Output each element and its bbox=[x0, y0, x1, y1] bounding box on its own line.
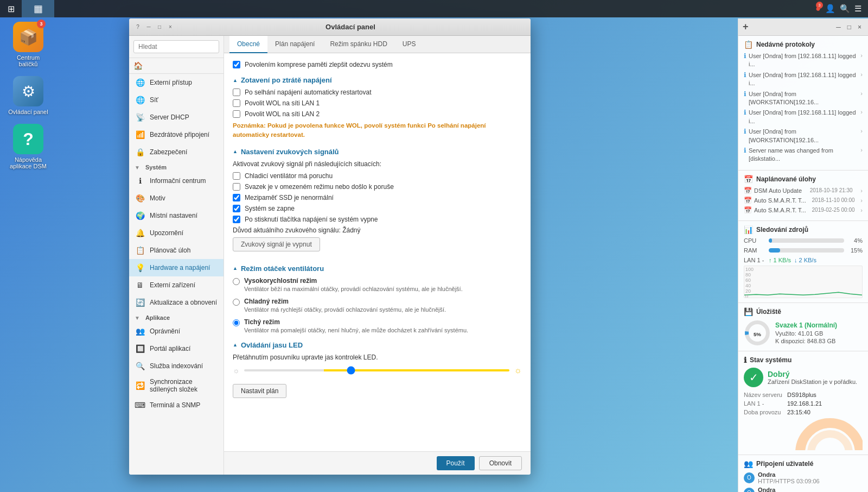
sidebar-item-synchronizace[interactable]: 🔁 Synchronizace sdílených složek bbox=[129, 375, 224, 396]
tlacitko-item: Po stisknutí tlačítka napájení se systém… bbox=[233, 216, 522, 223]
opravneni-icon: 👥 bbox=[135, 326, 145, 337]
taskbar-logo[interactable]: ⊞ bbox=[0, 0, 22, 17]
svazek-item: Svazek je v omezeném režimu nebo došlo k… bbox=[233, 183, 522, 191]
cp-scrollable[interactable]: Povolením komprese paměti zlepšit odezvu… bbox=[224, 53, 531, 451]
fan-radio-tichy[interactable] bbox=[233, 319, 240, 326]
log-entry-2: ℹ User [Ondra] from [WORKSTATION[192.16.… bbox=[744, 90, 863, 107]
sidebar-item-informacni-centrum[interactable]: ℹ Informační centrum bbox=[129, 172, 224, 190]
opravneni-label: Oprávnění bbox=[150, 327, 180, 335]
sidebar-item-server-dhcp[interactable]: 📡 Server DHCP bbox=[129, 109, 224, 126]
sidebar-home-btn[interactable]: 🏠 bbox=[129, 58, 224, 74]
rp-section-logs: 📋 Nedávné protokoly ℹ User [Ondra] from … bbox=[738, 36, 868, 171]
sidebar-item-externi-zarizeni[interactable]: 🖥 Externí zařízení bbox=[129, 276, 224, 294]
fan-radio-chladny[interactable] bbox=[233, 299, 240, 306]
mezipameti-checkbox[interactable] bbox=[233, 194, 240, 201]
menu-icon[interactable]: ☰ bbox=[854, 4, 861, 14]
search-icon[interactable]: 🔍 bbox=[840, 4, 850, 14]
task-expand-0[interactable]: › bbox=[860, 187, 863, 194]
log-expand-0[interactable]: › bbox=[860, 52, 863, 59]
desktop-icon-packages[interactable]: 📦 3 Centrumbalíčků bbox=[7, 22, 50, 67]
user-info-0: Ondra HTTP/HTTPS 03:09:06 bbox=[758, 471, 863, 484]
fan-vysokorychlostni-content: Vysokorychlostní režim Ventilátor běží n… bbox=[244, 277, 463, 292]
sidebar-item-upozorneni[interactable]: 🔔 Upozornění bbox=[129, 224, 224, 242]
log-info-icon-3: ℹ bbox=[744, 109, 746, 116]
wheel-svg bbox=[792, 418, 863, 450]
log-expand-3[interactable]: › bbox=[860, 109, 863, 115]
user-icon[interactable]: 👤 bbox=[825, 4, 835, 14]
chladici-checkbox[interactable] bbox=[233, 172, 240, 180]
log-entry-3: ℹ User [Ondra] from [192.168.1.11] logge… bbox=[744, 109, 863, 125]
tlacitko-checkbox[interactable] bbox=[233, 216, 240, 223]
sidebar-item-sit[interactable]: 🌐 Síť bbox=[129, 91, 224, 109]
tab-ups[interactable]: UPS bbox=[395, 36, 424, 53]
sidebar: 🏠 🌐 Externí přístup 🌐 Síť 📡 Server DHCP … bbox=[129, 36, 224, 475]
log-expand-2[interactable]: › bbox=[860, 90, 863, 97]
maximize-button[interactable]: □ bbox=[155, 23, 164, 31]
task-2: 📅 Auto S.M.A.R.T. T... 2019-02-25 00:00 … bbox=[744, 206, 863, 214]
fan-vysokorychlostni-desc: Ventilátor běží na maximální otáčky, pro… bbox=[244, 286, 463, 292]
lan-down: ↓ 2 KB/s bbox=[794, 257, 816, 263]
status-icon: ℹ bbox=[744, 356, 746, 364]
notification-icon[interactable]: ● 3 bbox=[815, 4, 821, 14]
sidebar-item-motiv[interactable]: 🎨 Motiv bbox=[129, 190, 224, 207]
auto-restart-checkbox[interactable] bbox=[233, 89, 240, 96]
sidebar-item-portal[interactable]: 🔲 Portál aplikací bbox=[129, 340, 224, 357]
sound-btn[interactable]: Zvukový signál je vypnut bbox=[233, 237, 320, 251]
tab-rezim-spanku[interactable]: Režim spánku HDD bbox=[322, 36, 394, 53]
rp-close-btn[interactable]: × bbox=[856, 22, 864, 32]
compress-checkbox[interactable] bbox=[233, 61, 240, 68]
sidebar-item-bezdr-pripojeni[interactable]: 📶 Bezdrátové připojení bbox=[129, 126, 224, 143]
sidebar-item-planovac[interactable]: 📋 Plánovač úloh bbox=[129, 242, 224, 259]
task-expand-1[interactable]: › bbox=[860, 197, 863, 204]
sidebar-item-aktualizace[interactable]: 🔄 Aktualizace a obnovení bbox=[129, 294, 224, 311]
wol-lan1-checkbox[interactable] bbox=[233, 99, 240, 107]
sidebar-item-sluzba-indexovani[interactable]: 🔍 Služba indexování bbox=[129, 357, 224, 375]
rp-max-btn[interactable]: □ bbox=[845, 22, 853, 32]
sidebar-item-externi-pristup[interactable]: 🌐 Externí přístup bbox=[129, 74, 224, 91]
right-panel: + ─ □ × 📋 Nedávné protokoly ℹ User [Ondr… bbox=[738, 18, 868, 492]
tasks-title: 📅 Naplánované úlohy bbox=[744, 175, 863, 184]
log-text-5: Server name was changed from [diskstatio… bbox=[749, 147, 858, 163]
server-name-label: Název serveru bbox=[744, 392, 787, 398]
log-expand-1[interactable]: › bbox=[860, 71, 863, 78]
resources-icon: 📊 bbox=[744, 225, 753, 234]
help-button[interactable]: ? bbox=[133, 23, 142, 31]
led-slider[interactable] bbox=[244, 369, 509, 371]
chart-label-60: 60 bbox=[745, 277, 754, 283]
svg-text:5%: 5% bbox=[754, 331, 761, 337]
log-expand-5[interactable]: › bbox=[860, 147, 863, 153]
sidebar-item-hardware[interactable]: 💡 Hardware a napájení bbox=[129, 259, 224, 276]
task-expand-2[interactable]: › bbox=[860, 207, 863, 213]
apply-button[interactable]: Použít bbox=[437, 456, 475, 470]
svazek-checkbox[interactable] bbox=[233, 183, 240, 191]
taskbar-app-btn[interactable]: ▦ bbox=[22, 0, 54, 17]
sidebar-item-opravneni[interactable]: 👥 Oprávnění bbox=[129, 323, 224, 340]
motiv-icon: 🎨 bbox=[135, 193, 145, 204]
fan-radio-vysokorychlostni[interactable] bbox=[233, 278, 240, 285]
log-expand-4[interactable]: › bbox=[860, 128, 863, 134]
sit-label: Síť bbox=[150, 96, 158, 104]
add-icon[interactable]: + bbox=[743, 21, 749, 33]
sidebar-section-aplikace: ▼ Aplikace bbox=[129, 311, 224, 323]
sidebar-item-mistni-nastaveni[interactable]: 🌍 Místní nastavení bbox=[129, 207, 224, 224]
search-input[interactable] bbox=[133, 40, 219, 53]
system-zapne-checkbox[interactable] bbox=[233, 205, 240, 212]
tab-obecne[interactable]: Obecné bbox=[229, 36, 267, 53]
log-entry-0: ℹ User [Ondra] from [192.168.1.11] logge… bbox=[744, 52, 863, 69]
sidebar-item-zabezpeceni[interactable]: 🔒 Zabezpečení bbox=[129, 143, 224, 161]
reset-button[interactable]: Obnovit bbox=[479, 456, 522, 470]
system-section-label: Systém bbox=[145, 164, 167, 171]
close-button[interactable]: × bbox=[166, 23, 175, 31]
desktop-icon-control-panel[interactable]: ⚙ Ovládací panel bbox=[7, 76, 50, 115]
packages-badge: 3 bbox=[37, 20, 46, 28]
tab-plan-napajeni[interactable]: Plán napájení bbox=[267, 36, 322, 53]
rp-min-btn[interactable]: ─ bbox=[834, 22, 843, 32]
log-text-3: User [Ondra] from [192.168.1.11] logged … bbox=[749, 109, 858, 125]
task-date-2: 2019-02-25 00:00 bbox=[812, 207, 855, 213]
desktop-icon-help[interactable]: ? Nápověda aplikace DSM bbox=[7, 124, 50, 169]
nastavit-plan-button[interactable]: Nastavit plán bbox=[233, 384, 286, 398]
wol-lan2-checkbox[interactable] bbox=[233, 110, 240, 118]
ram-row: RAM 15% bbox=[744, 247, 863, 254]
minimize-button[interactable]: ─ bbox=[144, 23, 153, 31]
sidebar-item-terminal[interactable]: ⌨ Terminál a SNMP bbox=[129, 396, 224, 414]
